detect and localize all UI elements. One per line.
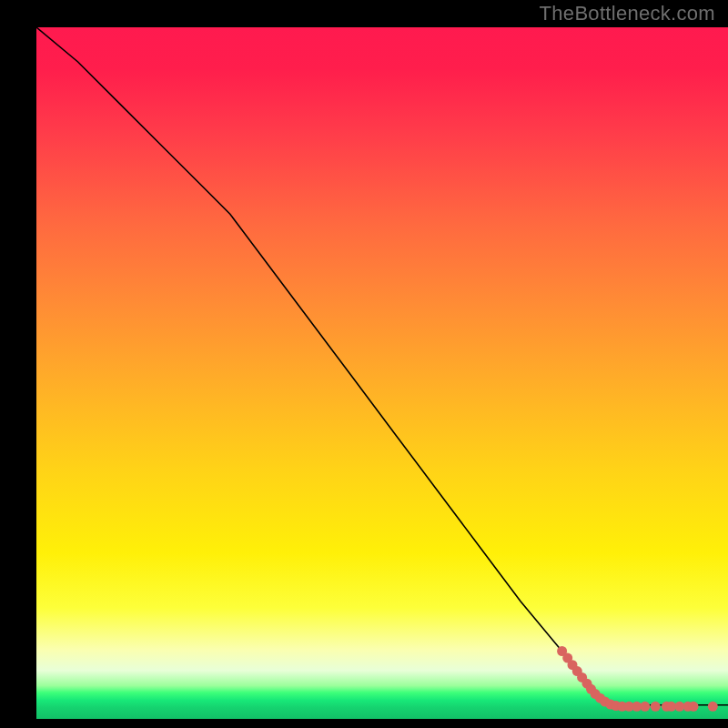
data-marker — [708, 702, 718, 712]
plot-area — [36, 27, 728, 719]
bottleneck-curve — [36, 27, 728, 705]
chart-frame: TheBottleneck.com — [0, 0, 728, 728]
marker-group — [557, 646, 718, 712]
chart-overlay — [36, 27, 728, 719]
data-marker — [689, 702, 699, 712]
data-marker — [651, 702, 661, 712]
attribution-text: TheBottleneck.com — [540, 2, 715, 25]
data-marker — [640, 702, 650, 712]
